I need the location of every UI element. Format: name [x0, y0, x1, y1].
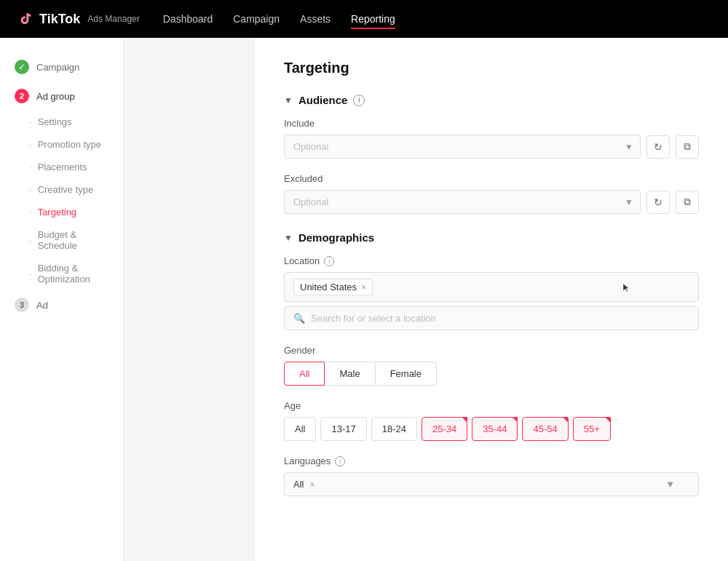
- location-tag-us-text: United States: [300, 282, 357, 293]
- location-tag-us: United States ×: [293, 279, 373, 295]
- sidebar-sub-placements[interactable]: Placements: [29, 156, 123, 178]
- age-all-button[interactable]: All: [284, 417, 316, 441]
- excluded-select[interactable]: Optional: [284, 190, 641, 214]
- languages-select-wrapper: All × ▼: [284, 472, 699, 496]
- location-field: Location i United States × 🔍 Search for …: [284, 255, 699, 330]
- languages-info-icon: i: [335, 456, 345, 466]
- demographics-section: ▼ Demographics Location i United States …: [284, 231, 699, 496]
- sidebar-sub-budget-label: Budget & Schedule: [38, 229, 108, 251]
- audience-label: Audience: [298, 94, 348, 106]
- brand-name: TikTok: [39, 12, 80, 27]
- audience-info-icon: i: [353, 95, 365, 106]
- age-45-54-button[interactable]: 45-54: [522, 417, 568, 441]
- languages-tag-close[interactable]: ×: [309, 480, 314, 490]
- excluded-refresh-button[interactable]: ↻: [646, 191, 670, 214]
- main-content: Targeting ▼ Audience i Include Optional: [255, 38, 728, 561]
- include-select-row: Optional ▼ ↻ ⧉: [284, 135, 699, 159]
- include-copy-button[interactable]: ⧉: [676, 135, 699, 159]
- sidebar-sub-budget[interactable]: Budget & Schedule: [29, 223, 123, 257]
- excluded-label: Excluded: [284, 173, 699, 184]
- sidebar-sub-targeting-label: Targeting: [38, 207, 76, 218]
- middle-spacer: [124, 38, 255, 561]
- nav-campaign[interactable]: Campaign: [233, 13, 280, 25]
- sidebar-sub-bidding[interactable]: Bidding & Optimization: [29, 257, 123, 290]
- audience-arrow-icon: ▼: [284, 95, 293, 106]
- audience-header[interactable]: ▼ Audience i: [284, 94, 699, 106]
- languages-select[interactable]: All × ▼: [284, 472, 699, 496]
- age-18-24-button[interactable]: 18-24: [371, 417, 417, 441]
- ads-manager-label: Ads Manager: [87, 14, 139, 24]
- demographics-arrow-icon: ▼: [284, 233, 293, 243]
- location-label: Location i: [284, 255, 699, 266]
- page-title: Targeting: [284, 60, 699, 76]
- sidebar-sub-menu: Settings Promotion type Placements Creat…: [0, 111, 123, 290]
- sidebar-sub-promotion-label: Promotion type: [38, 139, 101, 150]
- sidebar-sub-creative[interactable]: Creative type: [29, 178, 123, 201]
- location-tags-container: United States ×: [284, 272, 699, 302]
- location-search-input[interactable]: 🔍 Search for or select a location: [284, 306, 699, 330]
- languages-selected-value: All: [293, 479, 304, 490]
- demographics-header[interactable]: ▼ Demographics: [284, 231, 699, 244]
- excluded-select-row: Optional ▼ ↻ ⧉: [284, 190, 699, 214]
- sidebar-sub-settings[interactable]: Settings: [29, 111, 123, 133]
- location-search-placeholder: Search for or select a location: [311, 313, 436, 324]
- sidebar-sub-targeting[interactable]: Targeting: [29, 201, 123, 223]
- gender-field: Gender All Male Female: [284, 345, 699, 386]
- gender-label: Gender: [284, 345, 699, 356]
- sidebar-sub-bidding-label: Bidding & Optimization: [38, 263, 108, 285]
- sidebar-item-ad[interactable]: 3 Ad: [0, 290, 123, 319]
- include-field: Include Optional ▼ ↻ ⧉: [284, 118, 699, 159]
- excluded-field: Excluded Optional ▼ ↻ ⧉: [284, 173, 699, 214]
- gender-female-button[interactable]: Female: [376, 362, 437, 386]
- gender-all-button[interactable]: All: [284, 362, 325, 386]
- nav-assets[interactable]: Assets: [300, 13, 331, 25]
- sidebar-campaign-label: Campaign: [36, 62, 79, 73]
- location-info-icon: i: [324, 256, 334, 266]
- age-55plus-button[interactable]: 55+: [573, 417, 611, 441]
- sidebar-sub-promotion[interactable]: Promotion type: [29, 133, 123, 156]
- include-refresh-button[interactable]: ↻: [646, 135, 670, 159]
- sidebar-sub-creative-label: Creative type: [38, 184, 94, 195]
- excluded-copy-button[interactable]: ⧉: [676, 191, 699, 214]
- search-icon: 🔍: [293, 313, 305, 324]
- age-13-17-button[interactable]: 13-17: [320, 417, 366, 441]
- sidebar-item-adgroup[interactable]: 2 Ad group: [0, 81, 123, 111]
- campaign-check-icon: ✓: [15, 60, 29, 74]
- age-field: Age All 13-17 18-24 25-34 35-44 45-54 55…: [284, 400, 699, 441]
- languages-label: Languages i: [284, 455, 699, 466]
- demographics-label: Demographics: [298, 231, 374, 244]
- ad-badge: 3: [15, 298, 29, 312]
- sidebar-adgroup-label: Ad group: [36, 91, 75, 102]
- age-35-44-button[interactable]: 35-44: [472, 417, 518, 441]
- sidebar-item-campaign[interactable]: ✓ Campaign: [0, 52, 123, 81]
- sidebar-sub-placements-label: Placements: [38, 162, 87, 172]
- nav-dashboard[interactable]: Dashboard: [163, 13, 213, 25]
- svg-rect-0: [15, 9, 35, 29]
- sidebar-ad-label: Ad: [36, 300, 48, 311]
- include-select[interactable]: Optional: [284, 135, 641, 159]
- gender-toggle-group: All Male Female: [284, 362, 699, 386]
- sidebar-sub-settings-label: Settings: [38, 116, 72, 127]
- nav-reporting[interactable]: Reporting: [351, 13, 395, 29]
- excluded-select-wrapper: Optional ▼: [284, 190, 641, 214]
- age-toggle-group: All 13-17 18-24 25-34 35-44 45-54 55+: [284, 417, 699, 441]
- brand-logo: TikTok Ads Manager: [15, 9, 140, 29]
- age-label: Age: [284, 400, 699, 411]
- languages-field: Languages i All × ▼: [284, 455, 699, 496]
- sidebar: ✓ Campaign 2 Ad group Settings Promotion…: [0, 38, 124, 561]
- include-label: Include: [284, 118, 699, 129]
- gender-male-button[interactable]: Male: [325, 362, 375, 386]
- location-tag-us-remove[interactable]: ×: [361, 282, 366, 293]
- topnav: TikTok Ads Manager Dashboard Campaign As…: [0, 0, 728, 38]
- languages-chevron-icon: ▼: [665, 479, 675, 490]
- adgroup-badge: 2: [15, 89, 29, 103]
- age-25-34-button[interactable]: 25-34: [422, 417, 467, 441]
- audience-section: ▼ Audience i Include Optional ▼ ↻: [284, 94, 699, 214]
- nav-links: Dashboard Campaign Assets Reporting: [163, 13, 713, 25]
- tiktok-logo-icon: [15, 9, 35, 29]
- include-select-wrapper: Optional ▼: [284, 135, 641, 159]
- layout: ✓ Campaign 2 Ad group Settings Promotion…: [0, 38, 728, 561]
